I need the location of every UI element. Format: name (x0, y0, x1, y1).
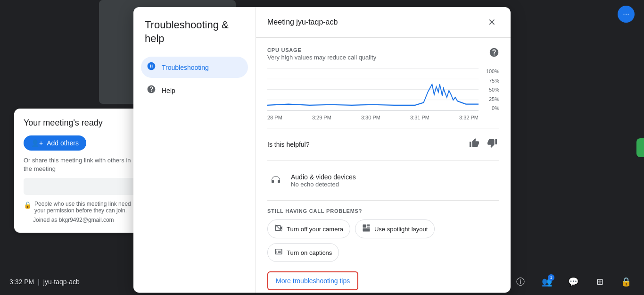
camera-off-icon (274, 224, 283, 234)
y-label-75: 75% (489, 78, 499, 84)
meeting-ready-card: Your meeting's ready 👤+ Add others Or sh… (14, 109, 146, 233)
grid-button[interactable]: ⊞ (591, 273, 608, 290)
nav-help-label: Help (162, 87, 175, 94)
green-status-badge (636, 138, 644, 157)
svg-rect-6 (363, 225, 366, 228)
chat-icon: 💬 (568, 277, 578, 287)
meeting-id-text: Meeting jyu-taqp-acb (267, 18, 338, 26)
turn-off-camera-label: Turn off your camera (287, 226, 343, 233)
device-name: Audio & video devices (291, 173, 356, 181)
close-button[interactable]: ✕ (484, 15, 499, 30)
thumbdown-button[interactable] (485, 136, 499, 152)
cpu-label: CPU USAGE (267, 47, 376, 53)
joined-as-section: 🔒 People who use this meeting link need … (24, 201, 137, 214)
headphones-icon (267, 172, 284, 189)
cpu-chart: 100% 75% 50% 25% 0% 28 PM 3:29 PM 3:30 P… (267, 68, 499, 120)
panel-title: Troubleshooting & help (141, 18, 248, 45)
x-label-4: 3:31 PM (410, 115, 429, 120)
more-options-button[interactable]: ··· (618, 6, 635, 23)
info-icon: ⓘ (516, 276, 525, 287)
info-button[interactable]: ⓘ (512, 273, 529, 290)
lock-button[interactable]: 🔒 (618, 273, 635, 290)
lock-bottom-icon: 🔒 (621, 277, 631, 287)
x-label-5: 3:32 PM (459, 115, 479, 120)
turn-on-captions-chip[interactable]: Turn on captions (267, 243, 339, 262)
more-tips-link[interactable]: More troubleshooting tips (267, 271, 358, 290)
cpu-label-group: CPU USAGE Very high values may reduce ca… (267, 47, 376, 67)
more-tips-label: More troubleshooting tips (276, 277, 350, 285)
chat-button[interactable]: 💬 (565, 273, 582, 290)
divider-1 (267, 128, 499, 128)
svg-rect-8 (367, 227, 370, 228)
lock-icon: 🔒 (24, 201, 32, 209)
bottom-icons-group: ⓘ 👥 1 💬 ⊞ 🔒 (512, 273, 635, 290)
nav-troubleshooting-label: Troubleshooting (162, 64, 209, 71)
joined-email: Joined as bkgr9492@gmail.com (24, 217, 137, 223)
meeting-code-label: jyu-taqp-acb (43, 278, 80, 286)
still-problems-label: STILL HAVING CALL PROBLEMS? (267, 208, 499, 214)
spotlight-layout-label: Use spotlight layout (374, 226, 428, 233)
troubleshooting-nav-icon (147, 61, 156, 73)
device-info: Audio & video devices No echo detected (291, 173, 356, 188)
right-panel: Meeting jyu-taqp-acb ✕ CPU USAGE Very hi… (256, 7, 511, 293)
joined-as-text: People who use this meeting link need yo… (34, 201, 137, 214)
help-nav-icon (147, 84, 156, 96)
spotlight-icon (362, 224, 371, 234)
y-label-0: 0% (492, 105, 499, 111)
close-icon: ✕ (488, 17, 496, 28)
people-badge: 1 (548, 274, 554, 281)
x-label-3: 3:30 PM (361, 115, 380, 120)
current-time: 3:32 PM (9, 278, 34, 286)
device-status: No echo detected (291, 181, 356, 188)
helpful-question: Is this helpful? (267, 141, 310, 148)
cpu-header-row: CPU USAGE Very high values may reduce ca… (267, 47, 499, 67)
meeting-time-section: 3:32 PM | jyu-taqp-acb (9, 278, 80, 286)
chart-area (267, 68, 479, 111)
share-text: Or share this meeting link with others i… (24, 156, 137, 173)
chart-y-labels: 100% 75% 50% 25% 0% (480, 68, 499, 111)
nav-item-troubleshooting[interactable]: Troubleshooting (141, 57, 248, 78)
add-others-button[interactable]: 👤+ Add others (24, 135, 86, 151)
captions-icon (274, 247, 283, 258)
helpful-buttons (467, 136, 499, 152)
x-label-2: 3:29 PM (312, 115, 331, 120)
cpu-line-chart (267, 68, 479, 110)
meeting-link-box (24, 178, 137, 195)
nav-item-help[interactable]: Help (141, 80, 248, 101)
action-chips: Turn off your camera Use spotlight layou… (267, 219, 499, 262)
right-content: CPU USAGE Very high values may reduce ca… (256, 38, 511, 293)
add-person-icon: 👤+ (31, 139, 43, 147)
grid-icon: ⊞ (596, 277, 603, 287)
meeting-ready-title: Your meeting's ready (24, 118, 137, 128)
chart-x-labels: 28 PM 3:29 PM 3:30 PM 3:31 PM 3:32 PM (267, 115, 479, 120)
spotlight-layout-chip[interactable]: Use spotlight layout (355, 219, 435, 238)
turn-off-camera-chip[interactable]: Turn off your camera (267, 219, 350, 238)
svg-rect-7 (367, 225, 370, 226)
turn-on-captions-label: Turn on captions (287, 249, 332, 256)
cpu-help-button[interactable] (489, 47, 499, 60)
divider-2 (267, 160, 499, 160)
divider-3 (267, 200, 499, 201)
audio-devices-row: Audio & video devices No echo detected (267, 168, 499, 193)
right-header: Meeting jyu-taqp-acb ✕ (256, 7, 511, 38)
left-panel: Troubleshooting & help Troubleshooting H… (133, 7, 256, 293)
x-label-1: 28 PM (267, 115, 282, 120)
helpful-row: Is this helpful? (267, 136, 499, 152)
svg-rect-9 (363, 228, 370, 232)
separator: | (38, 278, 40, 286)
y-label-50: 50% (489, 87, 499, 93)
thumbup-button[interactable] (467, 136, 481, 152)
people-button[interactable]: 👥 1 (538, 273, 555, 290)
cpu-subtitle: Very high values may reduce call quality (267, 54, 376, 61)
y-label-100: 100% (486, 68, 499, 74)
y-label-25: 25% (489, 96, 499, 102)
add-others-label: Add others (47, 139, 79, 147)
troubleshooting-modal: Troubleshooting & help Troubleshooting H… (133, 7, 511, 293)
